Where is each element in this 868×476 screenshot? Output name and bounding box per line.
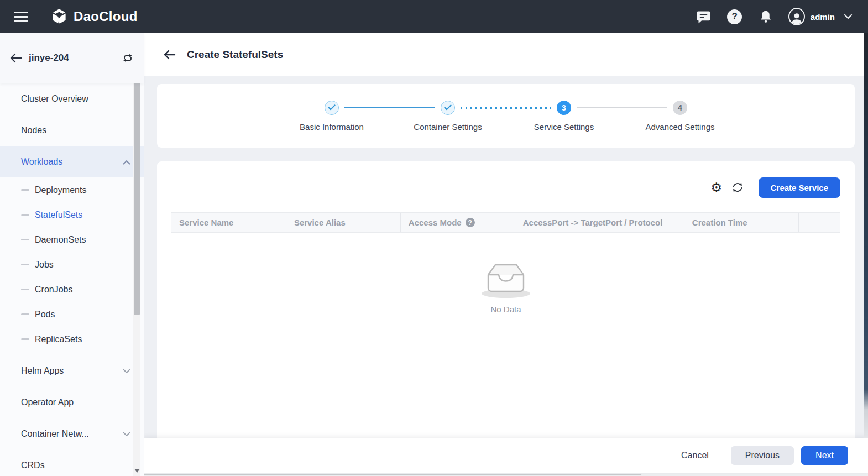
main-area: Create StatefulSets Basic Information — [144, 33, 868, 476]
sidebar-item-jobs[interactable]: Jobs — [0, 252, 144, 277]
brand-logo: DaoCloud — [50, 8, 138, 25]
user-name[interactable]: admin — [811, 12, 835, 22]
stepper-card: Basic Information Container Settings 3 S… — [157, 84, 855, 148]
footer-bar: Cancel Previous Next — [144, 438, 868, 473]
brand-name: DaoCloud — [74, 9, 138, 24]
avatar[interactable] — [788, 8, 805, 25]
sidebar-item-nodes[interactable]: Nodes — [0, 114, 144, 146]
table-header-row: Service Name Service Alias Access Mode ?… — [171, 212, 840, 233]
column-access-mode: Access Mode ? — [400, 213, 515, 232]
column-creation-time: Creation Time — [684, 213, 798, 232]
cancel-button[interactable]: Cancel — [681, 451, 709, 461]
sidebar-scrollbar[interactable] — [133, 33, 140, 476]
dash-icon — [21, 338, 29, 340]
sidebar: jinye-204 Cluster Overview Nodes Workloa… — [0, 33, 144, 476]
service-table-card: ⚙ Create Service Service Name — [157, 161, 855, 438]
page-vertical-scrollbar[interactable] — [864, 33, 868, 438]
dash-icon — [21, 313, 29, 315]
chevron-down-icon — [123, 429, 130, 439]
sidebar-item-pods[interactable]: Pods — [0, 302, 144, 327]
sidebar-item-crds[interactable]: CRDs — [0, 449, 144, 476]
scroll-down-icon[interactable] — [134, 469, 140, 473]
notifications-icon[interactable] — [757, 8, 774, 25]
sidebar-item-cluster-overview[interactable]: Cluster Overview — [0, 83, 144, 114]
daocloud-logo-icon — [50, 8, 68, 25]
scrollbar-thumb[interactable] — [144, 474, 641, 475]
page-horizontal-scrollbar[interactable] — [144, 473, 868, 476]
refresh-icon[interactable] — [730, 180, 745, 195]
cluster-name: jinye-204 — [29, 53, 69, 64]
back-icon[interactable] — [10, 53, 22, 63]
sidebar-item-operator-app[interactable]: Operator App — [0, 386, 144, 418]
page-back-icon[interactable] — [164, 50, 176, 60]
dash-icon — [21, 239, 29, 240]
table-toolbar: ⚙ Create Service — [171, 177, 840, 198]
empty-state: No Data — [171, 254, 840, 314]
switch-cluster-icon[interactable] — [122, 53, 134, 64]
sidebar-item-daemonsets[interactable]: DaemonSets — [0, 227, 144, 252]
dash-icon — [21, 289, 29, 290]
step-1-done-circle[interactable] — [325, 101, 339, 115]
access-mode-help-icon[interactable]: ? — [466, 218, 475, 227]
dash-icon — [21, 214, 29, 216]
chevron-down-icon[interactable] — [844, 12, 853, 22]
step-basic-information: Basic Information — [274, 101, 390, 132]
step-4-pending-circle[interactable]: 4 — [673, 101, 687, 115]
sidebar-item-cronjobs[interactable]: CronJobs — [0, 277, 144, 302]
column-accessport-targetport-protocol: AccessPort -> TargetPort / Protocol — [515, 213, 684, 232]
check-icon — [444, 104, 452, 111]
page-titlebar: Create StatefulSets — [144, 33, 868, 76]
scrollbar-thumb[interactable] — [134, 43, 140, 315]
step-label: Service Settings — [534, 122, 594, 132]
step-advanced-settings: 4 Advanced Settings — [622, 101, 738, 132]
help-icon[interactable]: ? — [726, 8, 743, 25]
sidebar-item-deployments[interactable]: Deployments — [0, 177, 144, 202]
step-3-active-circle[interactable]: 3 — [557, 101, 571, 115]
step-label: Basic Information — [300, 122, 364, 132]
message-icon[interactable] — [696, 8, 712, 25]
no-data-icon — [479, 254, 532, 301]
sidebar-item-workloads[interactable]: Workloads — [0, 146, 144, 177]
dash-icon — [21, 189, 29, 191]
step-service-settings: 3 Service Settings — [506, 101, 622, 132]
no-data-text: No Data — [490, 305, 521, 314]
check-icon — [328, 104, 336, 111]
column-actions — [798, 213, 840, 232]
sidebar-item-statefulsets[interactable]: StatefulSets — [0, 202, 144, 227]
create-service-button[interactable]: Create Service — [759, 177, 840, 198]
sidebar-nav: Cluster Overview Nodes Workloads Deploym… — [0, 83, 144, 476]
chevron-down-icon — [123, 366, 130, 376]
previous-button[interactable]: Previous — [731, 446, 794, 465]
next-button[interactable]: Next — [801, 446, 848, 465]
sidebar-item-container-network[interactable]: Container Netw... — [0, 418, 144, 449]
dash-icon — [21, 264, 29, 265]
column-service-name: Service Name — [171, 213, 286, 232]
page-title: Create StatefulSets — [187, 49, 283, 61]
stepper: Basic Information Container Settings 3 S… — [274, 101, 738, 132]
step-label: Container Settings — [414, 122, 482, 132]
column-service-alias: Service Alias — [286, 213, 400, 232]
gear-icon[interactable]: ⚙ — [709, 180, 724, 195]
sidebar-header: jinye-204 — [0, 33, 144, 83]
step-container-settings: Container Settings — [390, 101, 506, 132]
step-label: Advanced Settings — [645, 122, 714, 132]
step-2-done-circle[interactable] — [441, 101, 455, 115]
menu-icon[interactable] — [14, 12, 28, 22]
topbar: DaoCloud ? admin — [0, 0, 868, 33]
sidebar-item-replicasets[interactable]: ReplicaSets — [0, 327, 144, 352]
chevron-up-icon — [123, 157, 130, 167]
sidebar-item-helm-apps[interactable]: Helm Apps — [0, 355, 144, 386]
